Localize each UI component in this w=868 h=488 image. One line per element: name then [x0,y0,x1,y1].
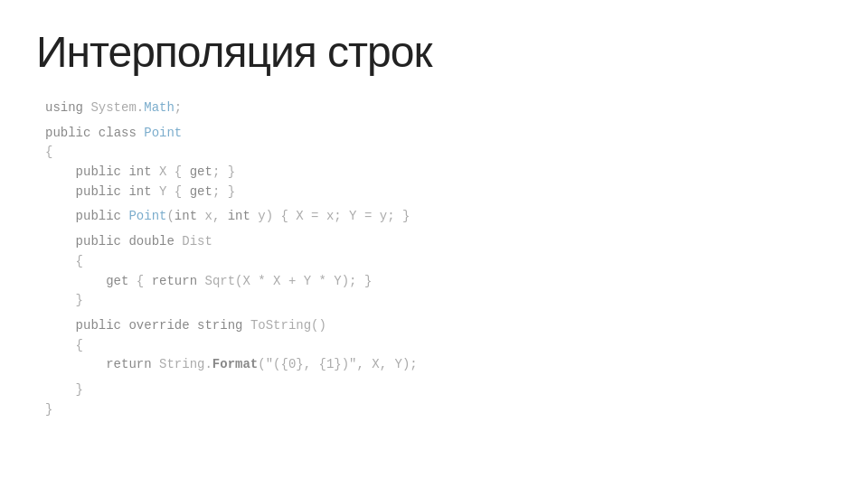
code-line-return: return String.Format("({0}, {1})", X, Y)… [45,355,832,375]
page-title: Интерполяция строк [36,27,832,77]
code-line-constructor: public Point(int x, int y) { X = x; Y = … [45,207,832,227]
code-line-dist: public double Dist [45,232,832,252]
code-line-brace-open: { [45,143,832,163]
code-line-tostring-brace-close: } [45,380,832,400]
code-line-tostring: public override string ToString() [45,316,832,336]
code-block: using System.Math; public class Point { … [45,99,832,419]
page: Интерполяция строк using System.Math; pu… [0,0,868,488]
code-line-tostring-brace: { [45,336,832,356]
code-line-using: using System.Math; [45,99,832,118]
code-line-y: public int Y { get; } [45,183,832,202]
code-line-dist-brace-close: } [45,291,832,311]
code-line-class-brace-close: } [45,400,832,420]
code-line-x: public int X { get; } [45,163,832,183]
code-line-class: public class Point [45,124,832,144]
code-line-dist-brace: { [45,252,832,272]
code-line-sqrt: get { return Sqrt(X * X + Y * Y); } [45,272,832,292]
